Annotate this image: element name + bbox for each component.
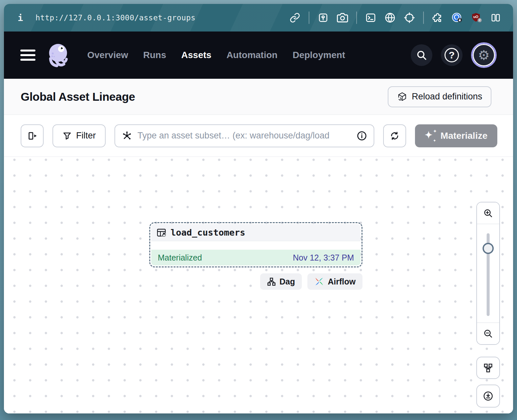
- zoom-control-group: [476, 202, 500, 345]
- lineage-toolbar: Filter ✦ ✦ ✦ Materialize: [4, 115, 513, 157]
- lineage-canvas[interactable]: load_customers Materialized Nov 12, 3:37…: [4, 157, 513, 413]
- browser-toolbar-icons: uO2: [289, 11, 501, 24]
- search-icon: [416, 50, 427, 61]
- zoom-slider[interactable]: [477, 224, 499, 323]
- filter-label: Filter: [76, 131, 96, 141]
- asset-table-icon: [156, 228, 166, 238]
- search-button[interactable]: [411, 44, 432, 66]
- tag-dag-label: Dag: [279, 277, 295, 286]
- download-icon: [483, 390, 494, 402]
- asset-subset-searchbox: [114, 124, 374, 147]
- screenshot-icon[interactable]: [337, 12, 348, 23]
- zoom-in-icon: [483, 208, 493, 219]
- page-header: Global Asset Lineage Reload definitions: [4, 79, 513, 115]
- info-icon[interactable]: [357, 131, 367, 141]
- nav-item-overview[interactable]: Overview: [87, 50, 128, 60]
- rearrange-layout-button[interactable]: [476, 357, 500, 379]
- toolbar-divider: [423, 11, 424, 24]
- address-bar-url[interactable]: http://127.0.0.1:3000/asset-groups: [35, 13, 196, 22]
- dagster-logo[interactable]: [45, 42, 72, 69]
- help-icon: ?: [445, 48, 459, 62]
- toolbar-divider: [309, 11, 309, 24]
- refresh-icon: [390, 131, 400, 141]
- asset-node-load-customers[interactable]: load_customers Materialized Nov 12, 3:37…: [149, 222, 362, 267]
- reload-cube-icon: [397, 92, 407, 102]
- primary-nav: Overview Runs Assets Automation Deployme…: [87, 50, 345, 60]
- page-info-icon[interactable]: i: [18, 13, 23, 23]
- toolbar-divider: [356, 11, 357, 24]
- browser-titlebar: i http://127.0.0.1:3000/asset-groups: [4, 4, 513, 32]
- materialize-button[interactable]: ✦ ✦ ✦ Materialize: [415, 124, 497, 147]
- asset-node-body: [151, 241, 361, 250]
- zoom-in-button[interactable]: [477, 202, 499, 224]
- extensions-puzzle-icon[interactable]: [432, 12, 443, 23]
- tag-airflow-label: Airflow: [328, 277, 356, 286]
- hamburger-menu-button[interactable]: [20, 50, 35, 61]
- filter-button[interactable]: Filter: [52, 124, 106, 147]
- asset-subset-input[interactable]: [137, 131, 351, 141]
- canvas-controls: [476, 202, 500, 408]
- asset-node-header: load_customers: [151, 224, 361, 241]
- zoom-out-icon: [483, 328, 493, 339]
- app-navbar: Overview Runs Assets Automation Deployme…: [4, 32, 513, 79]
- panel-expand-icon: [27, 131, 37, 141]
- reload-definitions-button[interactable]: Reload definitions: [388, 86, 491, 107]
- page-title: Global Asset Lineage: [21, 90, 135, 103]
- help-button[interactable]: ?: [441, 44, 463, 66]
- reload-definitions-label: Reload definitions: [412, 92, 482, 102]
- asset-name: load_customers: [171, 227, 245, 238]
- materialize-label: Materialize: [441, 131, 487, 141]
- asset-tag-row: Dag Airflow: [149, 273, 362, 290]
- sparkles-icon: ✦ ✦ ✦: [425, 130, 436, 142]
- open-sidebar-button[interactable]: [21, 124, 44, 147]
- zoom-out-button[interactable]: [477, 323, 499, 344]
- adblock-shield-icon[interactable]: uO2: [471, 12, 482, 23]
- materialized-timestamp: Nov 12, 3:37 PM: [293, 253, 354, 262]
- copy-link-icon[interactable]: [289, 12, 300, 23]
- globe-icon[interactable]: [384, 12, 396, 23]
- crosshair-icon[interactable]: [404, 12, 415, 23]
- asset-graph-icon: [122, 131, 132, 141]
- settings-button[interactable]: ⚙: [471, 42, 497, 68]
- nav-item-automation[interactable]: Automation: [226, 50, 278, 60]
- terminal-icon[interactable]: [365, 12, 376, 23]
- nav-item-assets[interactable]: Assets: [181, 50, 212, 60]
- extension-badge-count: 2: [479, 18, 480, 22]
- filter-funnel-icon: [62, 131, 72, 140]
- password-manager-icon[interactable]: [451, 12, 463, 23]
- tag-dag[interactable]: Dag: [260, 273, 302, 290]
- split-view-icon[interactable]: [490, 12, 501, 23]
- graph-layout-icon: [484, 363, 493, 372]
- browser-window: i http://127.0.0.1:3000/asset-groups: [4, 4, 513, 413]
- nav-item-deployment[interactable]: Deployment: [293, 50, 345, 60]
- download-image-button[interactable]: [476, 385, 500, 408]
- asset-status-row: Materialized Nov 12, 3:37 PM: [151, 250, 361, 265]
- asset-node-card: load_customers Materialized Nov 12, 3:37…: [151, 224, 361, 265]
- nav-item-runs[interactable]: Runs: [143, 50, 166, 60]
- dag-icon: [267, 277, 276, 286]
- airflow-icon: [314, 277, 324, 286]
- reader-view-icon[interactable]: [318, 12, 329, 23]
- tag-airflow[interactable]: Airflow: [307, 273, 362, 290]
- materialized-status-label: Materialized: [158, 253, 202, 262]
- zoom-slider-handle[interactable]: [483, 243, 494, 254]
- navbar-actions: ? ⚙: [411, 42, 497, 68]
- svg-text:uO: uO: [473, 15, 479, 19]
- gear-icon: ⚙: [478, 49, 490, 62]
- refresh-button[interactable]: [383, 124, 406, 147]
